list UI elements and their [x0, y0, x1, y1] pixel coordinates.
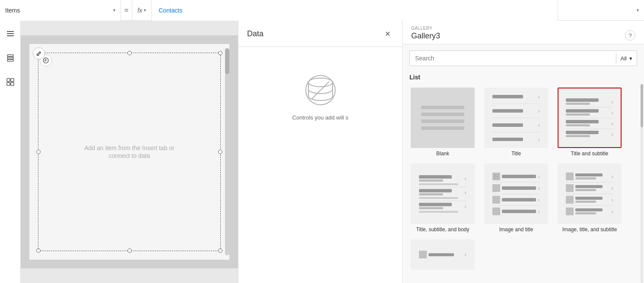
main-content: Add an item from the Insert tab or conne… [0, 21, 644, 283]
help-icon-button[interactable]: ? [625, 30, 635, 41]
svg-rect-6 [7, 79, 10, 82]
gallery-thumb-title: › › [484, 88, 548, 148]
top-bar: Items ▾ = fx ▾ Contacts ▾ [0, 0, 644, 21]
gallery-header-left: GALLERY Gallery3 [411, 26, 440, 41]
fx-arrow-icon: ▾ [144, 8, 146, 13]
formula-bar[interactable]: Contacts [152, 0, 558, 21]
gallery-filter-label: All [621, 55, 627, 62]
handle-ml[interactable] [36, 150, 41, 154]
data-placeholder-text: Controls you add will s [292, 114, 348, 121]
gallery-grid-wrapper: Blank › [403, 84, 644, 283]
gallery-panel-header: GALLERY Gallery3 ? [403, 21, 644, 44]
handle-bc[interactable] [127, 248, 132, 253]
gallery-item-label-title-subtitle: Title and subtitle [571, 151, 609, 157]
gallery-item-image-title-subtitle[interactable]: › › [553, 160, 626, 236]
right-dropdown[interactable]: ▾ [558, 0, 644, 21]
svg-line-19 [494, 176, 496, 177]
gallery-thumb-image-title-subtitle: › › [558, 164, 622, 224]
gallery-thumb-title-subtitle: › › [558, 88, 622, 148]
gallery-item-title-subtitle[interactable]: › › [553, 84, 626, 160]
gallery-search-input[interactable] [410, 55, 616, 62]
gallery-scrollbar[interactable] [641, 84, 643, 283]
gallery-item-label-image-title-subtitle: Image, title, and subtitle [562, 226, 617, 233]
gallery-thumb-image-title: › › › [484, 164, 548, 224]
handle-tr[interactable] [218, 51, 222, 55]
gallery-item-blank[interactable]: Blank [406, 84, 479, 160]
data-panel-title: Data [247, 29, 263, 38]
gallery-section-label: List [403, 70, 644, 84]
gallery-search[interactable]: All ▾ [409, 50, 637, 66]
gallery-filter-arrow-icon: ▾ [629, 55, 632, 62]
svg-point-14 [38, 55, 39, 56]
gallery-thumb-title-subtitle-body: › › [411, 164, 475, 224]
items-dropdown[interactable]: Items ▾ [0, 0, 121, 21]
gallery-item-title[interactable]: › › [479, 84, 553, 160]
gallery-item-label-blank: Blank [436, 151, 449, 157]
database-icon [303, 73, 338, 107]
gallery-item-label-image-title: Image and title [499, 226, 533, 233]
handle-mr[interactable] [218, 150, 222, 154]
gallery-item-title-subtitle-body[interactable]: › › [406, 160, 479, 236]
gallery-thumb-blank [411, 88, 475, 148]
gallery-item-label-title: Title [511, 151, 521, 157]
gallery-name: Gallery3 [411, 31, 440, 40]
formula-value: Contacts [159, 7, 182, 14]
handle-tc[interactable] [127, 51, 132, 55]
svg-line-13 [40, 52, 41, 53]
gallery-item-label-title-subtitle-body: Title, subtitle, and body [416, 226, 470, 233]
gallery-item-partial[interactable]: › [406, 236, 479, 273]
gallery-thumb-partial: › [411, 239, 475, 270]
svg-rect-8 [7, 82, 10, 85]
gallery-grid: Blank › [403, 84, 644, 273]
gallery-scrollbar-thumb[interactable] [641, 84, 643, 127]
data-panel-placeholder: Controls you add will s [238, 47, 402, 147]
sidebar-menu-button[interactable] [3, 26, 18, 41]
canvas-area: Add an item from the Insert tab or conne… [21, 21, 238, 283]
pencil-icon-button[interactable] [33, 47, 45, 60]
sidebar-icons [0, 21, 21, 283]
items-dropdown-arrow: ▾ [113, 8, 115, 13]
right-dropdown-arrow-icon: ▾ [637, 8, 639, 13]
close-data-panel-button[interactable]: ✕ [381, 28, 393, 40]
data-panel: Data ✕ Controls you add will s [238, 21, 402, 283]
svg-line-16 [312, 82, 329, 99]
items-label: Items [5, 7, 113, 14]
equals-sign: = [121, 0, 132, 21]
sidebar-layers-button[interactable] [3, 50, 18, 66]
svg-rect-7 [11, 79, 14, 82]
canvas-frame: Add an item from the Insert tab or conne… [21, 35, 238, 268]
svg-rect-3 [7, 55, 13, 57]
gallery-panel: GALLERY Gallery3 ? All ▾ List [402, 21, 644, 283]
canvas-placeholder: Add an item from the Insert tab or conne… [84, 145, 174, 159]
data-panel-header: Data ✕ [238, 21, 402, 47]
svg-rect-9 [11, 82, 14, 85]
sidebar-grid-button[interactable] [3, 74, 18, 90]
gallery-label: GALLERY [411, 26, 440, 31]
fx-button[interactable]: fx ▾ [132, 0, 152, 21]
handle-br[interactable] [218, 248, 222, 253]
gallery-item-image-title[interactable]: › › › [479, 160, 553, 236]
svg-rect-4 [7, 57, 13, 59]
gallery-filter-dropdown[interactable]: All ▾ [616, 55, 637, 62]
fx-label: fx [137, 7, 142, 14]
svg-line-20 [496, 176, 497, 177]
svg-rect-5 [7, 60, 13, 61]
svg-point-15 [308, 78, 333, 87]
handle-bl[interactable] [36, 248, 41, 253]
